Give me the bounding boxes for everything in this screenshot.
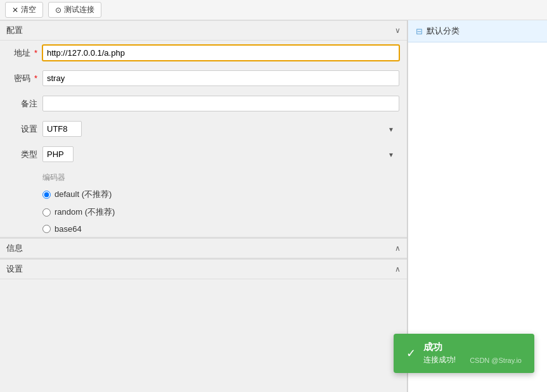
settings-section: 设置 ∧ — [0, 258, 407, 279]
encoder-base64-radio[interactable] — [42, 225, 51, 233]
encoding-select[interactable]: UTF8 GBK GB2312 BIG5 — [42, 121, 82, 137]
encoder-default-radio[interactable] — [42, 191, 51, 199]
success-toast: ✓ 成功 连接成功! CSDN @Stray.io — [394, 334, 534, 373]
type-select-wrapper: PHP ASP ASPX JSP — [42, 146, 399, 162]
encoding-row: 设置 UTF8 GBK GB2312 BIG5 — [0, 117, 407, 142]
folder-icon: ⊟ — [416, 27, 423, 36]
default-category-label: 默认分类 — [427, 25, 460, 37]
clear-button[interactable]: ✕ 清空 — [5, 2, 43, 18]
encoder-group-label: 编码器 — [0, 167, 407, 186]
left-panel: 配置 ∨ 地址 * 密码 * 备注 — [0, 20, 408, 392]
toast-title: 成功 — [423, 341, 456, 353]
type-label: 类型 — [8, 149, 42, 160]
address-input[interactable] — [42, 45, 399, 61]
toast-content: 成功 连接成功! — [423, 341, 456, 365]
note-label: 备注 — [8, 98, 42, 110]
toast-check-icon: ✓ — [406, 346, 416, 360]
info-toggle-icon: ∧ — [395, 244, 401, 253]
encoder-default-label[interactable]: default (不推荐) — [55, 189, 112, 200]
toast-subtitle: 连接成功! — [423, 355, 456, 365]
password-required: * — [34, 73, 37, 83]
test-icon: ⊙ — [55, 6, 61, 15]
encoder-random-row: random (不推荐) — [0, 203, 407, 221]
info-section-label: 信息 — [6, 243, 23, 254]
address-required: * — [34, 48, 37, 58]
info-section-header[interactable]: 信息 ∧ — [0, 238, 407, 258]
settings-section-header[interactable]: 设置 ∧ — [0, 259, 407, 279]
encoding-select-wrapper: UTF8 GBK GB2312 BIG5 — [42, 121, 399, 137]
config-toggle-icon: ∨ — [395, 26, 401, 35]
encoding-label: 设置 — [8, 123, 42, 135]
form-area: 地址 * 密码 * 备注 设置 — [0, 41, 407, 237]
encoder-default-row: default (不推荐) — [0, 186, 407, 203]
test-label: 测试连接 — [64, 4, 94, 15]
config-section-label: 配置 — [6, 25, 23, 36]
password-input[interactable] — [42, 70, 399, 86]
encoder-random-radio[interactable] — [42, 208, 51, 217]
encoder-base64-label[interactable]: base64 — [55, 224, 82, 234]
address-row: 地址 * — [0, 41, 407, 66]
test-connection-button[interactable]: ⊙ 测试连接 — [48, 2, 101, 18]
bottom-sections: 信息 ∧ 设置 ∧ — [0, 237, 407, 279]
password-row: 密码 * — [0, 66, 407, 91]
encoder-base64-row: base64 — [0, 221, 407, 237]
config-section-header[interactable]: 配置 ∨ — [0, 20, 407, 41]
type-row: 类型 PHP ASP ASPX JSP — [0, 142, 407, 167]
password-label: 密码 * — [8, 73, 42, 84]
address-label: 地址 * — [8, 47, 42, 59]
right-panel-header: ⊟ 默认分类 — [408, 20, 547, 42]
note-row: 备注 — [0, 91, 407, 117]
toast-watermark: CSDN @Stray.io — [470, 357, 522, 364]
settings-toggle-icon: ∧ — [395, 265, 401, 274]
note-input[interactable] — [42, 96, 399, 111]
settings-section-label: 设置 — [6, 263, 23, 275]
encoder-random-label[interactable]: random (不推荐) — [55, 206, 115, 218]
clear-icon: ✕ — [12, 6, 18, 15]
clear-label: 清空 — [21, 4, 36, 15]
toolbar: ✕ 清空 ⊙ 测试连接 — [0, 0, 547, 20]
type-select[interactable]: PHP ASP ASPX JSP — [42, 146, 74, 162]
info-section: 信息 ∧ — [0, 237, 407, 258]
